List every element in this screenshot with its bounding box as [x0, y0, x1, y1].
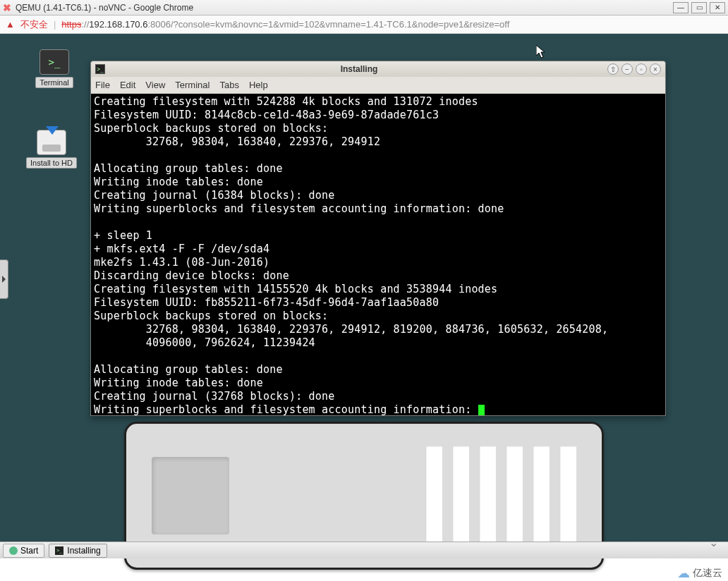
cloud-icon: ☁: [677, 565, 690, 581]
menu-view[interactable]: View: [145, 80, 165, 90]
desktop-icon-label: Install to HD: [26, 157, 77, 169]
watermark: ☁ 亿速云: [677, 565, 722, 581]
desktop-icon-terminal[interactable]: >_ Terminal: [30, 49, 79, 88]
window-controls: — ▭ ✕: [673, 2, 725, 13]
warning-icon: ▲: [6, 19, 15, 30]
url-text[interactable]: https://192.168.170.6:8006/?console=kvm&…: [61, 19, 509, 30]
server-drive-icon: [152, 457, 229, 534]
taskbar: Start >_ Installing: [0, 542, 728, 558]
browser-titlebar: ✖ QEMU (1.41-TC6.1) - noVNC - Google Chr…: [0, 0, 728, 16]
start-label: Start: [20, 546, 38, 556]
terminal-output[interactable]: Creating filesystem with 524288 4k block…: [91, 94, 665, 415]
security-warning: 不安全: [20, 18, 48, 31]
menu-tabs[interactable]: Tabs: [219, 80, 238, 90]
terminal-icon: >_: [95, 64, 105, 74]
start-button[interactable]: Start: [3, 544, 44, 558]
menu-file[interactable]: File: [95, 80, 110, 90]
maximize-button[interactable]: ▫: [636, 63, 647, 75]
terminal-icon: >_: [40, 49, 69, 75]
desktop-icon-label: Terminal: [35, 77, 73, 88]
watermark-text: 亿速云: [693, 567, 722, 580]
menubar: File Edit View Terminal Tabs Help: [91, 77, 665, 94]
separator: |: [54, 19, 56, 30]
browser-urlbar: ▲ 不安全 | https://192.168.170.6:8006/?cons…: [0, 16, 728, 34]
maximize-button[interactable]: ▭: [691, 2, 707, 13]
window-title: QEMU (1.41-TC6.1) - noVNC - Google Chrom…: [16, 3, 673, 13]
vnc-desktop[interactable]: >_ Terminal Install to HD >_ Installing …: [0, 34, 728, 558]
server-vents-icon: [425, 446, 576, 545]
minimize-button[interactable]: −: [621, 63, 633, 75]
start-icon: [9, 546, 18, 555]
harddrive-icon: [37, 130, 66, 155]
chevron-down-icon: ⌄: [709, 536, 718, 549]
novnc-panel-toggle[interactable]: [0, 259, 8, 299]
menu-edit[interactable]: Edit: [120, 80, 135, 90]
taskbar-item-label: Installing: [67, 546, 100, 556]
terminal-window[interactable]: >_ Installing ⇧ − ▫ × File Edit View Ter…: [90, 61, 666, 416]
desktop-icon-install[interactable]: Install to HD: [27, 130, 76, 169]
url-host: 192.168.170.6: [89, 19, 147, 30]
chevron-right-icon: [2, 276, 6, 283]
menu-terminal[interactable]: Terminal: [175, 80, 210, 90]
url-protocol: https: [61, 19, 81, 30]
app-x-icon: ✖: [3, 2, 11, 13]
window-titlebar[interactable]: >_ Installing ⇧ − ▫ ×: [91, 61, 665, 77]
minimize-button[interactable]: —: [673, 2, 688, 13]
close-button[interactable]: ✕: [710, 2, 725, 13]
close-button[interactable]: ×: [650, 63, 661, 75]
menu-help[interactable]: Help: [249, 80, 268, 90]
terminal-icon: >_: [55, 546, 63, 555]
taskbar-item-installing[interactable]: >_ Installing: [49, 544, 107, 558]
rollup-button[interactable]: ⇧: [607, 63, 619, 75]
url-rest: :8006/?console=kvm&novnc=1&vmid=102&vmna…: [147, 19, 509, 30]
window-title: Installing: [111, 64, 607, 74]
